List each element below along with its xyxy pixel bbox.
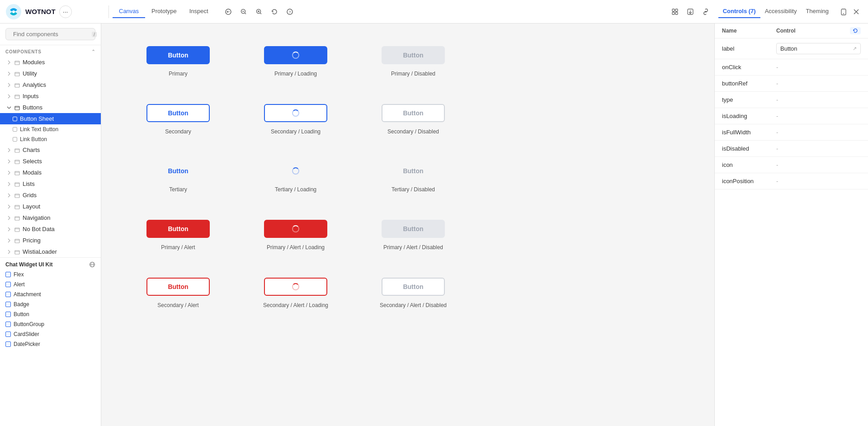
zoom-out-icon[interactable]	[237, 5, 250, 18]
link-icon[interactable]	[699, 5, 712, 18]
folder-icon2	[14, 71, 20, 76]
tab-prototype[interactable]: Prototype	[145, 5, 183, 18]
label-control-input[interactable]: Button ↗	[776, 43, 861, 54]
grid-icon-flex	[5, 272, 11, 277]
kit-item-button[interactable]: Button	[0, 309, 101, 319]
logo-text: WOTNOT	[25, 8, 56, 15]
search-input[interactable]	[13, 31, 89, 38]
close-panel-icon[interactable]	[850, 5, 863, 18]
control-row-isdisabled: isDisabled -	[715, 141, 868, 157]
folder-icon-layout	[14, 204, 20, 209]
help-icon[interactable]: ?	[283, 5, 296, 18]
btn-primary-loading[interactable]	[264, 46, 327, 64]
kit-item-datepicker[interactable]: DatePicker	[0, 339, 101, 349]
btn-secondary-alert-loading[interactable]	[264, 278, 327, 296]
kit-item-buttongroup[interactable]: ButtonGroup	[0, 319, 101, 329]
canvas-area[interactable]: Button Primary Primary / Loading Button …	[101, 24, 714, 426]
export-icon[interactable]	[684, 5, 697, 18]
label-secondary-alert-disabled: Secondary / Alert / Disabled	[380, 302, 447, 308]
svg-rect-28	[15, 239, 19, 243]
sidebar-item-buttons[interactable]: Buttons	[0, 102, 101, 113]
button-cell-tertiary: Button Tertiary	[137, 162, 219, 193]
sidebar-item-charts[interactable]: Charts	[0, 144, 101, 156]
more-button[interactable]: ···	[59, 5, 72, 18]
sidebar-item-button-sheet[interactable]: Button Sheet	[0, 113, 101, 124]
sidebar-item-lists[interactable]: Lists	[0, 178, 101, 189]
globe-icon	[89, 261, 95, 268]
chevron-right-icon-wistia	[6, 249, 12, 255]
chevron-right-icon-pricing	[6, 238, 12, 243]
svg-rect-17	[15, 84, 19, 87]
btn-primary-alert-disabled[interactable]: Button	[382, 220, 445, 238]
svg-point-1	[12, 10, 15, 13]
label-secondary: Secondary	[165, 128, 191, 135]
chevron-right-icon-nobotdata	[6, 227, 12, 232]
sidebar-item-modals[interactable]: Modals	[0, 167, 101, 178]
kit-item-alert[interactable]: Alert	[0, 279, 101, 289]
sidebar-item-no-bot-data[interactable]: No Bot Data	[0, 223, 101, 235]
svg-point-13	[843, 13, 844, 14]
tab-theming[interactable]: Theming	[801, 5, 833, 18]
sidebar-item-navigation[interactable]: Navigation	[0, 212, 101, 223]
kit-item-cardslider[interactable]: CardSlider	[0, 329, 101, 339]
sidebar-item-selects[interactable]: Selects	[0, 156, 101, 167]
kit-item-flex[interactable]: Flex	[0, 270, 101, 279]
sidebar-item-modules[interactable]: Modules	[0, 57, 101, 68]
section-collapse-icon[interactable]: ⌃	[91, 49, 95, 55]
reset-icon-small	[853, 28, 858, 33]
btn-primary-disabled[interactable]: Button	[382, 46, 445, 64]
kit-item-badge[interactable]: Badge	[0, 299, 101, 309]
zoom-in-icon[interactable]	[253, 5, 265, 18]
btn-secondary-alert[interactable]: Button	[146, 278, 210, 296]
label-primary-alert: Primary / Alert	[161, 244, 195, 251]
btn-tertiary-loading[interactable]	[264, 162, 327, 180]
tab-canvas[interactable]: Canvas	[113, 5, 145, 18]
chevron-down-icon	[6, 105, 12, 110]
search-input-wrap[interactable]: /	[5, 28, 95, 40]
sidebar-item-utility[interactable]: Utility	[0, 68, 101, 79]
chevron-right-icon-charts	[6, 147, 12, 153]
kit-item-attachment[interactable]: Attachment	[0, 289, 101, 299]
btn-secondary-disabled[interactable]: Button	[382, 104, 445, 122]
component-icon-active	[13, 117, 17, 121]
control-row-iconposition: iconPosition -	[715, 173, 868, 189]
btn-tertiary[interactable]: Button	[146, 162, 210, 180]
control-row-isfullwidth: isFullWidth -	[715, 124, 868, 141]
fullscreen-icon[interactable]	[669, 5, 681, 18]
spinner-primary	[292, 52, 299, 59]
sidebar-item-analytics[interactable]: Analytics	[0, 79, 101, 90]
sidebar-item-pricing[interactable]: Pricing	[0, 235, 101, 246]
tab-inspect[interactable]: Inspect	[183, 5, 215, 18]
kit-header: Chat Widget UI Kit	[0, 258, 101, 270]
sidebar-item-link-button[interactable]: Link Button	[0, 134, 101, 144]
left-sidebar: / COMPONENTS ⌃ Modules Utility Analytics…	[0, 24, 101, 426]
btn-primary-alert[interactable]: Button	[146, 220, 210, 238]
label-tertiary-disabled: Tertiary / Disabled	[392, 186, 435, 193]
grid-icon-buttongroup	[5, 322, 11, 327]
svg-rect-29	[15, 251, 19, 254]
btn-primary[interactable]: Button	[146, 46, 210, 64]
refresh-icon[interactable]	[268, 5, 281, 18]
btn-secondary-loading[interactable]	[264, 104, 327, 122]
sidebar-item-grids[interactable]: Grids	[0, 189, 101, 201]
label-primary: Primary	[169, 71, 187, 77]
sidebar-item-layout[interactable]: Layout	[0, 201, 101, 212]
reset-icon[interactable]	[222, 5, 235, 18]
folder-icon-wistia	[14, 249, 20, 255]
spinner-secondary-alert	[292, 283, 299, 290]
sidebar-item-link-text-button[interactable]: Link Text Button	[0, 124, 101, 134]
sidebar-item-inputs[interactable]: Inputs	[0, 90, 101, 102]
tab-accessibility[interactable]: Accessibility	[760, 5, 802, 18]
btn-tertiary-disabled[interactable]: Button	[382, 162, 445, 180]
grid-icon-button	[5, 312, 11, 317]
chevron-right-icon	[6, 60, 12, 65]
reset-controls-btn[interactable]	[850, 27, 861, 34]
device-icon[interactable]	[837, 5, 850, 18]
tab-controls[interactable]: Controls (7)	[718, 5, 760, 18]
btn-secondary[interactable]: Button	[146, 104, 210, 122]
svg-rect-27	[15, 228, 19, 232]
sidebar-item-wistialoader[interactable]: WistiaLoader	[0, 246, 101, 257]
control-row-type: type -	[715, 92, 868, 108]
btn-secondary-alert-disabled[interactable]: Button	[382, 278, 445, 296]
btn-primary-alert-loading[interactable]	[264, 220, 327, 238]
